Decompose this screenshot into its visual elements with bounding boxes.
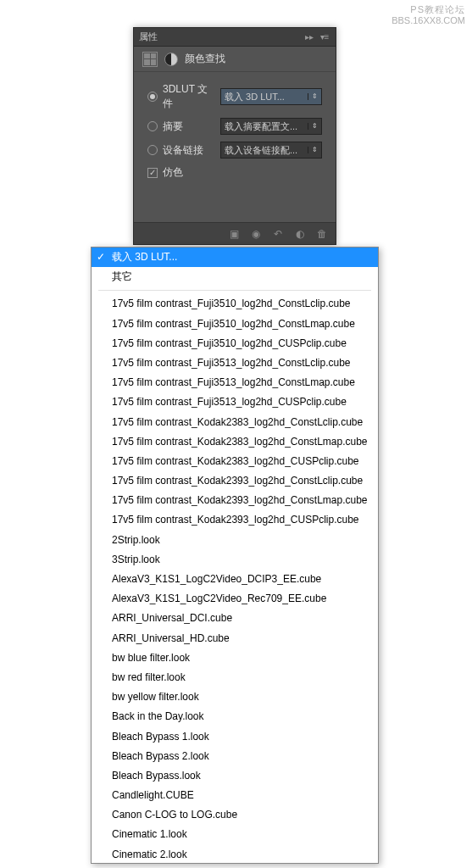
- watermark: PS教程论坛 BBS.16XX8.COM: [391, 4, 465, 26]
- list-item[interactable]: Candlelight.CUBE: [92, 786, 378, 805]
- radio-abstract[interactable]: [147, 121, 158, 131]
- list-item[interactable]: bw yellow filter.look: [92, 687, 378, 707]
- radio-devicelink[interactable]: [147, 145, 158, 155]
- grid-icon[interactable]: [142, 52, 158, 67]
- list-item[interactable]: 17v5 film contrast_Fuji3510_log2hd_Const…: [92, 294, 378, 314]
- collapse-icon[interactable]: ▸▸: [303, 31, 315, 43]
- list-item[interactable]: 17v5 film contrast_Kodak2393_log2hd_Cons…: [92, 491, 378, 510]
- checkbox-dither[interactable]: ✓: [147, 168, 158, 178]
- dropdown-devicelink[interactable]: 载入设备链接配... ⇕: [220, 142, 322, 159]
- dropdown-abstract[interactable]: 载入摘要配置文... ⇕: [220, 118, 322, 135]
- color-lookup-label: 颜色查找: [185, 52, 225, 66]
- list-item[interactable]: bw red filter.look: [92, 668, 378, 687]
- radio-3dlut[interactable]: [147, 92, 158, 102]
- list-item-other[interactable]: 其它: [92, 267, 378, 287]
- list-item[interactable]: 17v5 film contrast_Fuji3510_log2hd_Const…: [92, 314, 378, 334]
- watermark-line1: PS教程论坛: [391, 4, 465, 15]
- properties-panel: 属性 ▸▸ ▾≡ 颜色查找 3DLUT 文件 载入 3D LUT... ⇕ 摘要…: [133, 27, 336, 245]
- lut-dropdown-list: 载入 3D LUT... 其它 17v5 film contrast_Fuji3…: [91, 247, 379, 864]
- dropdown-3dlut[interactable]: 载入 3D LUT... ⇕: [220, 88, 322, 105]
- label-abstract: 摘要: [163, 120, 215, 134]
- row-abstract: 摘要 载入摘要配置文... ⇕: [147, 118, 322, 135]
- trash-icon[interactable]: 🗑: [315, 227, 329, 241]
- list-item[interactable]: bw blue filter.look: [92, 648, 378, 668]
- list-item[interactable]: Bleach Bypass 2.look: [92, 747, 378, 766]
- list-item-selected[interactable]: 载入 3D LUT...: [92, 248, 378, 267]
- dropdown-arrows-icon: ⇕: [308, 93, 318, 100]
- menu-icon[interactable]: ▾≡: [319, 31, 330, 43]
- list-item[interactable]: Bleach Bypass.look: [92, 766, 378, 786]
- list-item[interactable]: 3Strip.look: [92, 550, 378, 570]
- label-dither: 仿色: [163, 165, 215, 180]
- clip-icon[interactable]: ▣: [227, 227, 241, 241]
- watermark-line2: BBS.16XX8.COM: [391, 15, 465, 26]
- panel-footer: ▣ ◉ ↶ ◐ 🗑: [134, 222, 336, 244]
- eye-icon[interactable]: ◉: [249, 227, 263, 241]
- row-devicelink: 设备链接 载入设备链接配... ⇕: [147, 142, 322, 159]
- row-dither: ✓ 仿色: [147, 165, 322, 180]
- list-scroll[interactable]: 载入 3D LUT... 其它 17v5 film contrast_Fuji3…: [92, 248, 378, 863]
- list-item[interactable]: 17v5 film contrast_Kodak2383_log2hd_CUSP…: [92, 452, 378, 471]
- list-item[interactable]: 17v5 film contrast_Fuji3513_log2hd_Const…: [92, 373, 378, 392]
- label-3dlut: 3DLUT 文件: [163, 82, 215, 111]
- list-item[interactable]: Bleach Bypass 1.look: [92, 727, 378, 747]
- list-item[interactable]: Cinematic 2.look: [92, 845, 378, 863]
- list-item[interactable]: Back in the Day.look: [92, 707, 378, 726]
- list-item[interactable]: 17v5 film contrast_Kodak2393_log2hd_CUSP…: [92, 510, 378, 530]
- list-separator: [98, 290, 371, 291]
- panel-subheader: 颜色查找: [134, 47, 336, 72]
- list-item[interactable]: Cinematic 1.look: [92, 825, 378, 844]
- list-item[interactable]: 2Strip.look: [92, 531, 378, 550]
- dropdown-abstract-text: 载入摘要配置文...: [225, 120, 308, 133]
- list-item[interactable]: AlexaV3_K1S1_LogC2Video_DCIP3_EE.cube: [92, 570, 378, 589]
- panel-header[interactable]: 属性 ▸▸ ▾≡: [134, 28, 336, 47]
- list-item[interactable]: 17v5 film contrast_Kodak2393_log2hd_Cons…: [92, 471, 378, 491]
- dropdown-arrows-icon: ⇕: [308, 147, 318, 153]
- row-3dlut: 3DLUT 文件 载入 3D LUT... ⇕: [147, 82, 322, 111]
- list-item[interactable]: 17v5 film contrast_Fuji3513_log2hd_Const…: [92, 353, 378, 373]
- panel-title: 属性: [139, 31, 303, 43]
- list-item[interactable]: 17v5 film contrast_Fuji3513_log2hd_CUSPc…: [92, 392, 378, 412]
- list-item[interactable]: 17v5 film contrast_Kodak2383_log2hd_Cons…: [92, 413, 378, 432]
- previous-icon[interactable]: ◐: [293, 227, 307, 241]
- list-item[interactable]: ARRI_Universal_HD.cube: [92, 629, 378, 648]
- dropdown-3dlut-text: 载入 3D LUT...: [225, 91, 308, 103]
- list-item[interactable]: 17v5 film contrast_Kodak2383_log2hd_Cons…: [92, 432, 378, 452]
- reset-icon[interactable]: ↶: [271, 227, 285, 241]
- panel-body: 3DLUT 文件 载入 3D LUT... ⇕ 摘要 载入摘要配置文... ⇕ …: [134, 72, 336, 197]
- list-item[interactable]: ARRI_Universal_DCI.cube: [92, 609, 378, 628]
- adjustment-icon[interactable]: [164, 53, 178, 66]
- list-item[interactable]: AlexaV3_K1S1_LogC2Video_Rec709_EE.cube: [92, 589, 378, 609]
- list-item[interactable]: Canon C-LOG to LOG.cube: [92, 805, 378, 825]
- list-item[interactable]: 17v5 film contrast_Fuji3510_log2hd_CUSPc…: [92, 334, 378, 353]
- dropdown-arrows-icon: ⇕: [308, 123, 318, 130]
- label-devicelink: 设备链接: [163, 143, 215, 158]
- dropdown-devicelink-text: 载入设备链接配...: [225, 144, 308, 157]
